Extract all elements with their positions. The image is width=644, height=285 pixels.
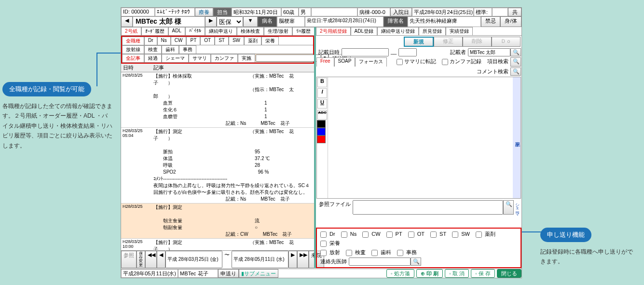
date-from-input[interactable]: [165, 251, 222, 268]
tab-tabs-top-0[interactable]: 2号紙: [121, 27, 141, 35]
swatch-black[interactable]: [317, 120, 326, 128]
date-to-input[interactable]: [232, 251, 288, 268]
tab-tabs-roles-5[interactable]: OT: [200, 37, 215, 45]
tab-tabs-top-2[interactable]: ADL: [168, 27, 185, 35]
send-cb-SW[interactable]: SW: [450, 230, 470, 239]
item-search-button[interactable]: 🔍: [510, 57, 521, 67]
mode-focus-tab[interactable]: フォーカス: [355, 57, 387, 67]
page-first-button[interactable]: ◀◀: [145, 251, 157, 268]
reg-by-input[interactable]: [468, 48, 510, 56]
log-scroll[interactable]: H28/03/25【施行】検体採取 （実施：MBTec 花子 ） （指示：MBT…: [121, 72, 314, 250]
doctor-contact-input[interactable]: [349, 258, 411, 266]
tab-tabs-right-0[interactable]: 2号用紙登録: [316, 27, 351, 35]
tab-tabs-roles-7[interactable]: SW: [229, 37, 244, 45]
tab-tabs-top-7[interactable]: ﾘﾊ履歴: [292, 27, 315, 35]
tab-tabs-rec-2[interactable]: シェーマ: [162, 54, 189, 62]
refer-file-input[interactable]: [353, 200, 503, 215]
log-row[interactable]: H28/03/25 10:00【施行】測定 （実施：MBTec 花子 ） 脈拍 …: [121, 239, 314, 251]
moshi-okuri-button[interactable]: 申送り: [218, 269, 239, 278]
comment-search-button[interactable]: 🔍: [510, 68, 521, 76]
tab-tabs-rec-3[interactable]: サマリ: [189, 54, 211, 62]
strike-button[interactable]: ABC: [317, 110, 327, 120]
tab-tabs-roles2-1[interactable]: 検査: [144, 45, 162, 54]
tab-tabs-top-4[interactable]: 継続申送り: [205, 27, 237, 35]
reg-time-input[interactable]: [398, 48, 417, 56]
submenu-button[interactable]: ▮サブメニュー: [239, 269, 278, 278]
next-patient-button[interactable]: ▶: [205, 16, 217, 27]
doctor-contact-search-button[interactable]: 🔍: [411, 258, 421, 266]
prev-patient-button[interactable]: ◀: [121, 16, 133, 27]
kyo-button[interactable]: 共: [508, 8, 521, 16]
ryouyou-button[interactable]: 療養: [195, 8, 213, 16]
swatch-red[interactable]: [317, 136, 326, 143]
tab-tabs-roles-0[interactable]: 全職種: [122, 37, 144, 45]
rec-filter-input[interactable]: [256, 54, 321, 62]
delete-button[interactable]: 削除: [463, 37, 492, 47]
note-textarea[interactable]: [328, 77, 513, 198]
tab-tabs-top-6[interactable]: 生理/放射: [264, 27, 292, 35]
page-prev-button[interactable]: ◀: [157, 251, 165, 268]
new-button[interactable]: 新規: [404, 37, 434, 47]
tab-tabs-roles-6[interactable]: ST: [215, 37, 229, 45]
hoken-select[interactable]: 医保: [217, 16, 243, 27]
cb-summary[interactable]: サマリに転記: [395, 57, 436, 67]
reg-date-input[interactable]: [342, 48, 389, 56]
page-next-button[interactable]: ▶: [288, 251, 297, 268]
tab-tabs-rec-4[interactable]: カンファ: [211, 54, 238, 62]
rx-button[interactable]: ◦ 処方箋: [386, 269, 414, 278]
diag-setting-button[interactable]: ▼: [243, 16, 258, 27]
italic-button[interactable]: I: [317, 88, 327, 98]
tab-tabs-roles2-0[interactable]: 放射線: [122, 45, 144, 54]
tab-tabs-roles-1[interactable]: Dr: [144, 37, 157, 45]
reg-by-search-button[interactable]: 🔍: [510, 48, 521, 56]
tab-tabs-roles-2[interactable]: Ns: [157, 37, 171, 45]
send-cb-ST[interactable]: ST: [428, 230, 446, 239]
cancel-button[interactable]: ◦ 取 消: [445, 269, 469, 278]
cb-conf[interactable]: カンファ記録: [440, 57, 481, 67]
sanshou-button[interactable]: 参照: [121, 251, 137, 268]
send-cb-PT[interactable]: PT: [384, 230, 402, 239]
tab-tabs-rec-0[interactable]: 全記事: [122, 54, 144, 62]
bold-button[interactable]: B: [317, 78, 327, 87]
sidenote-tab[interactable]: 記事: [513, 77, 521, 198]
underline-button[interactable]: U: [317, 99, 327, 109]
item-search-label[interactable]: 項目検索: [485, 57, 510, 67]
send-cb-事務[interactable]: 事務: [395, 248, 417, 258]
send-cb-OT[interactable]: OT: [406, 230, 425, 239]
log-row[interactable]: H28/03/25 05:04【施行】測定 （実施：MBTec 花子 ） 脈拍 …: [121, 128, 314, 204]
send-cb-検査[interactable]: 検査: [344, 248, 366, 258]
send-cb-放射[interactable]: 放射: [318, 248, 340, 258]
send-cb-薬剤[interactable]: 薬剤: [474, 230, 495, 239]
send-cb-Ns[interactable]: Ns: [339, 230, 357, 239]
tab-tabs-roles2-2[interactable]: 歯科: [162, 45, 179, 54]
tab-tabs-roles-4[interactable]: PT: [186, 37, 200, 45]
tab-tabs-top-5[interactable]: 検体検査: [237, 27, 264, 35]
send-cb-栄養[interactable]: 栄養: [318, 239, 340, 248]
save-button[interactable]: ◦ 保 存: [471, 269, 495, 278]
tab-tabs-top-3[interactable]: ﾊﾞｲﾀﾙ: [185, 27, 205, 35]
log-row[interactable]: H28/03/25【施行】測定 朝主食量 流 朝副食量 ○ 記載：CW MBTe…: [121, 204, 314, 239]
tab-tabs-roles-9[interactable]: 栄養: [261, 37, 279, 45]
refer-file-search-button[interactable]: 🔍: [503, 200, 514, 215]
edit-button[interactable]: 修正: [434, 37, 463, 47]
schema-side-tab[interactable]: シェーマ: [514, 200, 521, 215]
do-button[interactable]: Ｄｏ: [492, 37, 521, 47]
send-cb-歯科[interactable]: 歯科: [370, 248, 391, 258]
tab-tabs-right-1[interactable]: ADL登録: [351, 27, 377, 35]
print-button[interactable]: ⊕ 印 刷: [416, 269, 443, 278]
tab-tabs-right-4[interactable]: 実績登録: [446, 27, 473, 35]
tab-tabs-right-3[interactable]: 所見登録: [419, 27, 446, 35]
tab-tabs-rec-1[interactable]: 経過: [144, 54, 162, 62]
send-cb-CW[interactable]: CW: [360, 230, 380, 239]
close-button[interactable]: 閉じる: [497, 269, 521, 278]
tab-tabs-roles2-3[interactable]: 事務: [179, 45, 196, 54]
tab-tabs-rec-5[interactable]: 実施: [238, 54, 255, 62]
tab-tabs-roles-8[interactable]: 薬剤: [244, 37, 261, 45]
swatch-blue[interactable]: [317, 128, 326, 136]
tab-tabs-top-1[interactable]: ｵｰﾀﾞ履歴: [141, 27, 168, 35]
tab-tabs-right-2[interactable]: 継続申送り登録: [377, 27, 419, 35]
tab-tabs-roles-3[interactable]: CW: [171, 37, 187, 45]
log-row[interactable]: H28/03/25【施行】検体採取 （実施：MBTec 花子 ） （指示：MBT…: [121, 72, 314, 128]
karada-button[interactable]: 身/体: [500, 16, 521, 27]
mode-soap-tab[interactable]: SOAP: [334, 57, 356, 67]
